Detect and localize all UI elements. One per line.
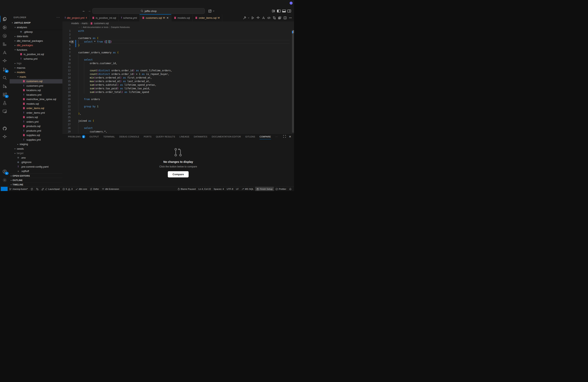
tree-item-seeds[interactable]: ▸seeds: [10, 146, 63, 151]
code-line-13[interactable]: 13 count(distinct orders.order_id) > 1 a…: [63, 72, 292, 76]
tree-item--gitkeep[interactable]: .gitkeep: [10, 30, 63, 34]
status-cursor-position[interactable]: Ln 4, Col 22: [197, 187, 212, 191]
status-problems[interactable]: 53: [61, 187, 74, 191]
tree-item-products-sql[interactable]: products.sql: [10, 124, 63, 129]
tree-item-orders-sql[interactable]: orders.sql: [10, 115, 63, 120]
sidebar-section-outline[interactable]: ▸OUTLINE: [10, 178, 63, 182]
tab-models-sql[interactable]: models.sql: [171, 14, 193, 21]
tree-item-logs[interactable]: ▸logs: [10, 61, 63, 66]
tree-item-order-items-yml[interactable]: !order_items.yml: [10, 111, 63, 115]
code-line-27[interactable]: 27: [63, 123, 292, 126]
activity-item-symbols-view[interactable]: [0, 40, 9, 48]
tab-dbt-project-yml[interactable]: !dbt_project.yml4: [63, 14, 90, 21]
status-dbt-core[interactable]: dbt core: [74, 187, 88, 191]
status-launchpad[interactable]: Launchpad: [40, 187, 61, 191]
code-line-7[interactable]: 7customer_orders_summary as (: [63, 51, 292, 54]
tree-item-models-sql[interactable]: models.sql: [10, 101, 63, 106]
datapilot-button[interactable]: [261, 15, 266, 20]
git-compare-button[interactable]: [272, 15, 277, 20]
panel-tab-query-results[interactable]: QUERY RESULTS: [156, 134, 175, 140]
code-line-10[interactable]: 10 orders.customer_id,: [63, 61, 292, 65]
activity-item-source-control[interactable]: 4: [0, 65, 9, 73]
tree-item-marts[interactable]: ▾marts: [10, 75, 63, 79]
codelens-link[interactable]: Add documentation or tests: [83, 26, 108, 28]
code-line-21[interactable]: 21: [63, 101, 292, 105]
compare-button[interactable]: Compare: [168, 171, 189, 177]
codelens-link[interactable]: Datapilot Notebooks: [111, 26, 130, 28]
activity-item-testing[interactable]: [0, 99, 9, 107]
code-line-8[interactable]: 8: [63, 54, 292, 58]
panel-tab-output[interactable]: OUTPUT: [90, 134, 99, 140]
status-sync[interactable]: [29, 187, 34, 191]
status-notifications[interactable]: [288, 187, 293, 191]
tree-item-macros[interactable]: ▸macros: [10, 66, 63, 70]
close-panel-icon[interactable]: ✕: [289, 135, 291, 138]
command-center-search[interactable]: jaffle-shop: [92, 8, 205, 14]
toggle-secondary-sidebar-icon[interactable]: [287, 9, 291, 13]
code-line-16[interactable]: 16 sum(orders.subtotal) as lifetime_spen…: [63, 83, 292, 87]
activity-item-dbt-lineage-view[interactable]: [0, 23, 9, 31]
tab-order-items-sql[interactable]: order_items.sqlM: [193, 14, 222, 21]
panel-tab-problems[interactable]: PROBLEMS8: [68, 134, 85, 140]
toggle-sidebar-icon[interactable]: [277, 9, 281, 13]
breadcrumb-item[interactable]: customers.sql: [94, 22, 109, 25]
code-line-14[interactable]: 14 min(orders.ordered_at) as first_order…: [63, 76, 292, 79]
tree-item-dbt-packages[interactable]: ▸dbt_packages: [10, 43, 63, 48]
code-line-25[interactable]: 25: [63, 115, 292, 119]
activity-item-search[interactable]: [0, 74, 9, 82]
compiled-code-button[interactable]: [266, 15, 271, 20]
status-finish-setup[interactable]: Finish Setup: [255, 187, 274, 191]
status-indentation[interactable]: Spaces: 4: [212, 187, 225, 191]
activity-item-run-and-debug[interactable]: [0, 82, 9, 90]
panel-tab-lineage[interactable]: LINEAGE: [179, 134, 189, 140]
query-results-button[interactable]: [277, 15, 282, 20]
status-language-mode[interactable]: MS SQL: [240, 187, 255, 191]
code-line-4[interactable]: +4 select * from {{ }}: [63, 40, 292, 43]
tree-item-staging[interactable]: ▸staging: [10, 142, 63, 147]
codelens-link[interactable]: ···: [78, 26, 80, 28]
run-button[interactable]: [250, 15, 255, 20]
tree-item--env[interactable]: .env: [10, 155, 63, 160]
tab-customers-sql[interactable]: customers.sqlM✕: [140, 14, 171, 21]
code-line-17[interactable]: 17 sum(orders.tax_paid) as lifetime_tax_…: [63, 87, 292, 90]
tree-item-supplies-sql[interactable]: supplies.sql: [10, 133, 63, 138]
code-line-15[interactable]: 15 max(orders.ordered_at) as last_ordere…: [63, 79, 292, 83]
scrollbar-thumb[interactable]: [292, 30, 294, 133]
status-eol[interactable]: LF: [235, 187, 240, 191]
tree-item-schema-yml[interactable]: !schema.yml: [10, 57, 63, 61]
status-defer[interactable]: Defer: [89, 187, 100, 191]
maximize-panel-icon[interactable]: [283, 135, 286, 138]
tree-item-products-yml[interactable]: !products.yml: [10, 129, 63, 133]
status-dbt-extension[interactable]: dbt Extension: [101, 187, 120, 191]
tree-item-order-items-sql[interactable]: order_items.sqlM: [10, 106, 63, 111]
status-remote-indicator[interactable]: [1, 187, 8, 191]
status-prettier[interactable]: Prettier: [274, 187, 287, 191]
tree-item--gitignore[interactable]: .gitignore: [10, 160, 63, 165]
code-line-5[interactable]: 5): [63, 43, 292, 47]
tree-item--sqlfluff[interactable]: ≡.sqlfluff: [10, 169, 63, 174]
tree-item-analyses[interactable]: ▾analyses: [10, 25, 63, 30]
activity-item-explorer[interactable]: [0, 15, 9, 23]
activity-item-dbt-tasks[interactable]: [0, 133, 9, 141]
breadcrumb-item[interactable]: marts: [82, 22, 88, 25]
panel-tab-terminal[interactable]: TERMINAL: [104, 134, 115, 140]
code-line-12[interactable]: 12 count(distinct orders.order_id) as co…: [63, 69, 292, 72]
tree-item-orders-yml[interactable]: !orders.yml: [10, 119, 63, 124]
code-line-20[interactable]: 20 from orders: [63, 97, 292, 101]
chevron-down-icon[interactable]: [212, 9, 215, 13]
share-sparkle-icon[interactable]: [208, 9, 212, 13]
build-button[interactable]: [242, 15, 247, 20]
tree-item-dbt-internal-packages[interactable]: ▸dbt_internal_packages: [10, 38, 63, 43]
tab-is-positive-int-sql[interactable]: is_positive_int.sql: [90, 14, 119, 21]
code-line-24[interactable]: 24),: [63, 112, 292, 115]
tree-item-jaffle-shop[interactable]: ▾JAFFLE-SHOP: [10, 20, 63, 25]
editor-scrollbar[interactable]: [292, 29, 294, 134]
code-line-19[interactable]: 19: [63, 94, 292, 97]
add-line-button[interactable]: +: [71, 40, 74, 43]
activity-item-query-explorer-view[interactable]: [0, 32, 9, 40]
more-actions-icon[interactable]: ···: [56, 15, 60, 19]
panel-tab-ports[interactable]: PORTS: [144, 134, 151, 140]
activity-item-extensions[interactable]: 1: [0, 91, 9, 98]
tree-item-customers-sql[interactable]: customers.sqlM: [10, 79, 63, 84]
code-line-18[interactable]: 18 sum(orders.order_total) as lifetime_s…: [63, 90, 292, 94]
